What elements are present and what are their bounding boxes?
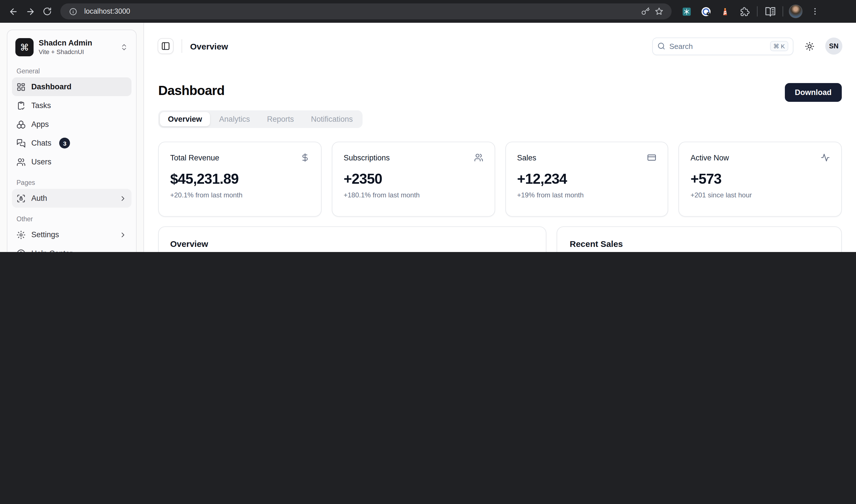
dashboard-icon: [17, 82, 25, 91]
browser-forward-button[interactable]: [22, 3, 39, 20]
tab-list: Overview Analytics Reports Notifications: [158, 110, 363, 128]
dollar-icon: [300, 153, 310, 162]
url-text: localhost:3000: [84, 7, 639, 15]
sidebar-item-help-center[interactable]: Help Center: [12, 244, 132, 252]
address-bar[interactable]: localhost:3000: [60, 3, 671, 19]
sidebar-item-apps[interactable]: Apps: [12, 115, 132, 134]
toolbar-divider: [757, 6, 757, 17]
sidebar-item-label: Apps: [31, 120, 49, 129]
apps-icon: [17, 120, 25, 129]
team-subtitle: Vite + ShadcnUI: [39, 48, 92, 56]
app-shell: ⌘ Shadcn Admin Vite + ShadcnUI General D…: [0, 23, 856, 252]
sidebar-item-users[interactable]: Users: [12, 152, 132, 171]
tab-analytics[interactable]: Analytics: [211, 112, 258, 126]
sidebar-item-dashboard[interactable]: Dashboard: [12, 77, 132, 96]
tab-overview[interactable]: Overview: [160, 112, 210, 126]
stat-change: +201 since last hour: [691, 191, 830, 199]
sidebar-item-label: Help Center: [31, 249, 72, 252]
stat-change: +20.1% from last month: [170, 191, 310, 199]
reading-list-icon[interactable]: [763, 4, 777, 18]
stat-title: Sales: [517, 153, 537, 162]
bookmark-star-icon[interactable]: [652, 4, 666, 18]
team-logo: ⌘: [15, 38, 34, 56]
sun-icon: [804, 41, 814, 51]
credit-card-icon: [647, 153, 657, 162]
stat-card-active-now: Active Now +573 +201 since last hour: [679, 142, 842, 217]
sidebar-item-label: Auth: [31, 194, 47, 202]
topbar: Overview Search ⌘ K SN: [144, 23, 856, 69]
sidebar: ⌘ Shadcn Admin Vite + ShadcnUI General D…: [0, 23, 144, 252]
activity-icon: [821, 153, 830, 162]
chevron-right-icon: [119, 231, 127, 239]
stat-card-total-revenue: Total Revenue $45,231.89 +20.1% from las…: [158, 142, 321, 217]
stat-value: $45,231.89: [170, 170, 310, 187]
search-icon: [657, 42, 665, 50]
stat-cards: Total Revenue $45,231.89 +20.1% from las…: [158, 142, 842, 217]
panel-left-icon: [161, 41, 170, 51]
sidebar-group-label: General: [12, 68, 132, 74]
dashboard-content: Dashboard Download Overview Analytics Re…: [144, 69, 856, 252]
search-shortcut: ⌘ K: [770, 41, 788, 51]
browser-back-button[interactable]: [4, 3, 22, 20]
stat-title: Active Now: [691, 153, 729, 162]
sidebar-item-chats[interactable]: Chats 3: [12, 134, 132, 152]
tasks-icon: [17, 101, 25, 110]
page-title: Dashboard: [158, 83, 225, 98]
stat-value: +12,234: [517, 170, 657, 187]
sidebar-group-label: Other: [12, 216, 132, 222]
help-icon: [17, 249, 25, 252]
stat-card-subscriptions: Subscriptions +2350 +180.1% from last mo…: [332, 142, 495, 217]
stat-title: Total Revenue: [170, 153, 220, 162]
users-icon: [474, 153, 483, 162]
chats-icon: [17, 139, 25, 148]
users-icon: [17, 157, 25, 166]
browser-toolbar: localhost:3000: [0, 0, 856, 23]
extensions-puzzle-icon[interactable]: [738, 4, 751, 18]
reload-icon: [43, 7, 52, 16]
browser-reload-button[interactable]: [39, 3, 56, 20]
toolbar-divider: [783, 6, 783, 17]
chevrons-up-down-icon: [120, 43, 128, 51]
chevron-right-icon: [119, 194, 127, 202]
sidebar-toggle-button[interactable]: [158, 38, 174, 54]
sidebar-item-label: Settings: [31, 230, 59, 239]
sidebar-item-label: Chats: [31, 139, 52, 147]
team-switcher[interactable]: ⌘ Shadcn Admin Vite + ShadcnUI: [12, 35, 132, 60]
main-area: Overview Search ⌘ K SN Dashboard: [144, 23, 856, 252]
recent-sales-title: Recent Sales: [570, 239, 829, 249]
team-name: Shadcn Admin: [39, 39, 92, 48]
breadcrumb: Overview: [190, 41, 228, 51]
search-input[interactable]: Search ⌘ K: [652, 37, 793, 55]
browser-profile-avatar[interactable]: [789, 4, 803, 18]
recent-sales-card: Recent Sales You made 265 sales this mon…: [557, 227, 842, 252]
tab-reports[interactable]: Reports: [259, 112, 302, 126]
settings-icon: [17, 230, 25, 239]
site-info-icon[interactable]: [66, 4, 80, 18]
password-key-icon[interactable]: [639, 4, 652, 18]
sidebar-item-auth[interactable]: Auth: [12, 189, 132, 208]
chart-title: Overview: [170, 239, 535, 249]
theme-toggle-button[interactable]: [801, 38, 817, 54]
stat-title: Subscriptions: [344, 153, 390, 162]
stat-value: +573: [691, 170, 830, 187]
extension-lighthouse-icon[interactable]: [718, 4, 732, 18]
sidebar-item-tasks[interactable]: Tasks: [12, 96, 132, 115]
stat-card-sales: Sales +12,234 +19% from last month: [505, 142, 668, 217]
sidebar-item-label: Tasks: [31, 101, 51, 110]
stat-change: +180.1% from last month: [344, 191, 483, 199]
extension-1password-icon[interactable]: [699, 4, 713, 18]
sidebar-item-label: Users: [31, 158, 52, 166]
auth-icon: [17, 194, 25, 203]
extension-row: [680, 4, 822, 18]
sidebar-card: ⌘ Shadcn Admin Vite + ShadcnUI General D…: [7, 30, 137, 252]
tab-notifications[interactable]: Notifications: [303, 112, 361, 126]
stat-value: +2350: [344, 170, 483, 187]
sidebar-item-settings[interactable]: Settings: [12, 225, 132, 244]
browser-menu-button[interactable]: [808, 4, 822, 18]
topbar-divider: [181, 39, 182, 53]
download-button[interactable]: Download: [785, 83, 842, 102]
screen: localhost:3000: [0, 0, 856, 252]
extension-arc-icon[interactable]: [680, 4, 693, 18]
stat-change: +19% from last month: [517, 191, 657, 199]
profile-menu-button[interactable]: SN: [825, 38, 842, 55]
